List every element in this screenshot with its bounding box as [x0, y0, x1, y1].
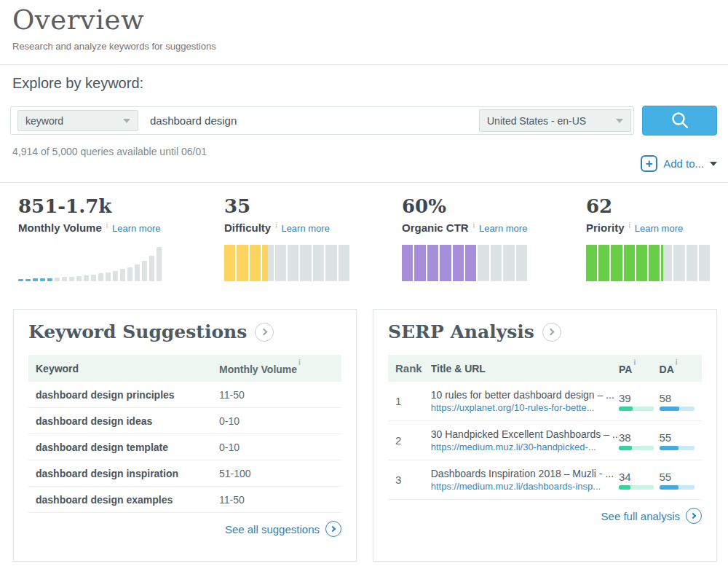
suggestions-body: dashboard design principles 11-50 dashbo…: [28, 382, 341, 513]
metric-monthly-volume: 851-1.7k Monthly Volume i Learn more: [18, 195, 164, 281]
metric-priority: 62 Priority i Learn more: [586, 195, 710, 281]
priority-gauge: [586, 243, 710, 281]
info-icon[interactable]: i: [275, 221, 277, 229]
column-header-volume: Monthly Volumei: [219, 362, 302, 375]
da-score: 55: [660, 431, 702, 444]
metric-difficulty: 35 Difficulty i Learn more: [224, 195, 349, 281]
da-score-bar: [660, 446, 695, 450]
suggestion-volume: 11-50: [219, 494, 245, 506]
column-header-da: DAi: [660, 362, 702, 375]
locale-value: United States - en-US: [487, 115, 586, 127]
metric-label: Difficulty: [224, 221, 271, 234]
explore-by-keyword-label: Explore by keyword:: [12, 75, 143, 92]
arrow-right-icon: [686, 508, 702, 524]
see-full-analysis-label: See full analysis: [601, 510, 680, 522]
serp-row: 2 30 Handpicked Excellent Dashboards – .…: [388, 421, 702, 460]
suggestion-volume: 0-10: [219, 415, 240, 427]
panel-title: SERP Analysis: [388, 321, 534, 342]
serp-result-title: 30 Handpicked Excellent Dashboards – ...: [431, 428, 619, 440]
keyword-search-input[interactable]: [138, 114, 479, 127]
info-icon[interactable]: i: [298, 358, 301, 366]
suggestion-keyword: dashboard design ideas: [36, 415, 219, 427]
add-to-label: Add to...: [663, 157, 704, 170]
info-icon[interactable]: i: [676, 358, 678, 366]
metric-organic-ctr: 60% Organic CTR i Learn more: [402, 195, 527, 281]
info-icon[interactable]: i: [629, 221, 630, 229]
suggestion-keyword: dashboard design template: [36, 442, 219, 453]
see-all-suggestions-link[interactable]: See all suggestions: [14, 521, 341, 537]
arrow-right-icon: [325, 521, 341, 537]
suggestions-table-header: Keyword Monthly Volumei: [28, 355, 341, 382]
metric-label: Priority: [586, 221, 625, 234]
query-quota-text: 4,914 of 5,000 queries available until 0…: [12, 146, 207, 157]
search-type-value: keyword: [25, 115, 63, 127]
metric-value: 851-1.7k: [18, 195, 164, 217]
open-serp-icon[interactable]: [542, 323, 561, 342]
column-header-title-url: Title & URL: [431, 363, 619, 374]
see-full-analysis-link[interactable]: See full analysis: [373, 508, 702, 524]
metric-value: 62: [586, 195, 710, 217]
keyword-overview-page: Overview Research and analyze keywords f…: [0, 0, 728, 569]
learn-more-link[interactable]: Learn more: [479, 223, 527, 234]
learn-more-link[interactable]: Learn more: [112, 223, 160, 234]
serp-rank: 3: [395, 474, 431, 486]
search-icon: [670, 111, 690, 131]
chevron-down-icon: [710, 162, 717, 166]
suggestion-row[interactable]: dashboard design inspiration 51-100: [28, 460, 341, 487]
suggestion-row[interactable]: dashboard design template 0-10: [28, 434, 341, 460]
metric-label: Monthly Volume: [18, 221, 102, 234]
search-type-select[interactable]: keyword: [17, 110, 138, 131]
metric-label: Organic CTR: [402, 221, 469, 234]
suggestion-row[interactable]: dashboard design ideas 0-10: [28, 408, 341, 434]
pa-score: 38: [619, 431, 660, 444]
metric-value: 60%: [402, 195, 527, 217]
suggestion-keyword: dashboard design examples: [36, 494, 219, 506]
suggestion-row[interactable]: dashboard design principles 11-50: [28, 382, 341, 408]
learn-more-link[interactable]: Learn more: [635, 223, 683, 234]
info-icon[interactable]: i: [473, 221, 475, 229]
info-icon[interactable]: i: [106, 221, 108, 229]
search-bar: keyword United States - en-US: [10, 106, 634, 135]
suggestion-volume: 0-10: [219, 442, 240, 453]
pa-score-bar: [619, 446, 654, 450]
learn-more-link[interactable]: Learn more: [281, 223, 329, 234]
suggestion-volume: 11-50: [219, 389, 245, 401]
add-to-button[interactable]: + Add to...: [641, 155, 717, 172]
info-icon[interactable]: i: [633, 358, 636, 366]
metric-value: 35: [224, 195, 349, 217]
da-score-bar: [660, 407, 695, 411]
da-score: 58: [660, 392, 702, 404]
suggestion-keyword: dashboard design inspiration: [36, 468, 219, 479]
serp-table-header: Rank Title & URL PAi DAi: [388, 355, 702, 382]
page-subtitle: Research and analyze keywords for sugges…: [12, 41, 216, 52]
serp-result-url-link[interactable]: https://uxplanet.org/10-rules-for-bette.…: [431, 402, 619, 413]
pa-score: 39: [619, 392, 660, 404]
keyword-suggestions-panel: Keyword Suggestions Keyword Monthly Volu…: [13, 309, 357, 562]
chevron-down-icon: [616, 119, 623, 123]
column-header-rank: Rank: [395, 362, 431, 374]
panel-title: Keyword Suggestions: [28, 321, 247, 342]
serp-rank: 1: [395, 395, 431, 407]
serp-result-url-link[interactable]: https://medium.muz.li/30-handpicked-...: [431, 442, 619, 452]
locale-select[interactable]: United States - en-US: [479, 109, 631, 132]
organic-ctr-gauge: [402, 243, 527, 281]
plus-icon: +: [641, 155, 657, 172]
serp-result-title: Dashboards Inspiration 2018 – Muzli - ..…: [431, 468, 619, 479]
open-suggestions-icon[interactable]: [255, 323, 274, 342]
serp-row: 1 10 rules for better dashboard design –…: [388, 382, 702, 421]
see-all-suggestions-label: See all suggestions: [225, 523, 320, 535]
search-button[interactable]: [642, 106, 717, 136]
serp-row: 3 Dashboards Inspiration 2018 – Muzli - …: [388, 460, 702, 500]
pa-score-bar: [619, 407, 654, 411]
serp-result-title: 10 rules for better dashboard design – .…: [431, 389, 619, 401]
da-score-bar: [660, 485, 695, 490]
difficulty-gauge: [224, 243, 349, 281]
serp-result-url-link[interactable]: https://medium.muz.li/dashboards-insp...: [431, 481, 619, 492]
serp-body: 1 10 rules for better dashboard design –…: [388, 382, 702, 500]
chevron-down-icon: [123, 119, 130, 123]
suggestion-row[interactable]: dashboard design examples 11-50: [28, 487, 341, 513]
suggestion-keyword: dashboard design principles: [36, 389, 219, 401]
column-header-pa: PAi: [619, 362, 660, 375]
pa-score-bar: [619, 485, 654, 490]
serp-analysis-panel: SERP Analysis Rank Title & URL PAi DAi 1…: [373, 309, 717, 562]
